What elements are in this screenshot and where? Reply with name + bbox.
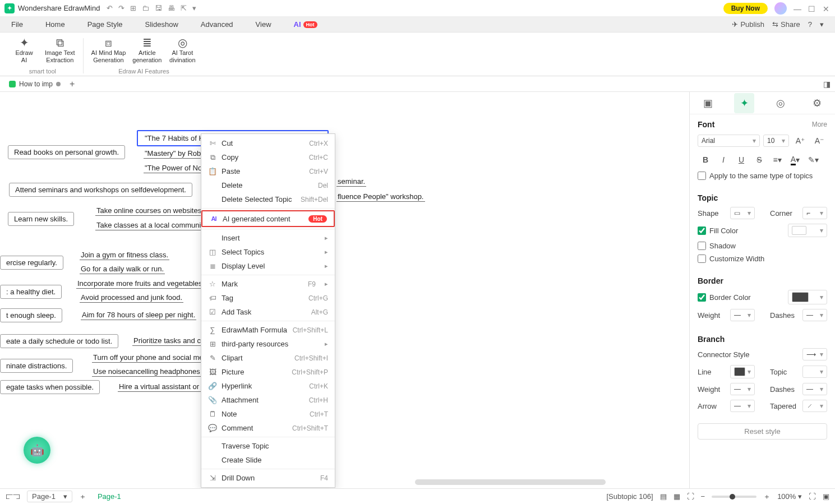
cm-third-party[interactable]: ⊞third-party resources▸ [201,337,335,351]
new-tab-button[interactable]: + [70,79,75,89]
tarot-button[interactable]: ◎AI Tarot divination [168,36,196,64]
buy-now-button[interactable]: Buy Now [723,3,768,14]
mindmap-node[interactable]: Join a gym or fitness class. [80,251,169,260]
corner-select[interactable]: ⌐▾ [802,207,827,219]
collapse-panel-icon[interactable]: ▣ [823,492,829,501]
apply-same-check[interactable]: Apply to the same type of topics [698,172,827,180]
new-icon[interactable]: ⊞ [130,4,136,12]
fill-color-check[interactable]: Fill Color [698,226,738,235]
edraw-ai-button[interactable]: ✦Edraw AI [10,36,38,64]
cm-delete[interactable]: DeleteDel [201,178,335,192]
panel-tab-settings[interactable]: ⚙ [807,93,827,113]
export-icon[interactable]: ⇱ [181,4,187,12]
cm-comment[interactable]: 💬CommentCtrl+Shift+T [201,421,335,435]
mindmap-node[interactable]: "Mastery" by Robe [144,149,206,159]
mindmap-node[interactable]: Read books on personal growth. [8,145,125,159]
cm-cut[interactable]: ✄CutCtrl+X [201,136,335,150]
mindmap-node[interactable]: seminar. [336,177,366,187]
cm-traverse[interactable]: Traverse Topic [201,439,335,453]
qa-dropdown-icon[interactable]: ▾ [192,4,196,12]
minimize-icon[interactable]: — [794,4,801,12]
zoom-slider[interactable] [712,496,756,498]
mindmap-node[interactable]: : a healthy diet. [0,285,62,299]
outline-toggle-icon[interactable]: ⫍⫎ [6,492,20,501]
close-icon[interactable]: ✕ [823,4,831,12]
collapse-ribbon-icon[interactable]: ▾ [820,20,824,29]
zoom-out-button[interactable]: − [701,492,705,501]
menu-page-style[interactable]: Page Style [87,20,123,29]
fill-color-select[interactable]: ▾ [788,224,827,237]
menu-slideshow[interactable]: Slideshow [145,20,178,29]
cm-tag[interactable]: 🏷TagCtrl+G [201,291,335,305]
view-icon-1[interactable]: ▤ [660,492,667,501]
cm-note[interactable]: 🗒NoteCtrl+T [201,407,335,421]
mindmap-node[interactable]: Incorporate more fruits and vegetables i [76,279,207,289]
underline-button[interactable]: U [733,152,749,167]
border-color-check[interactable]: Border Color [698,293,751,302]
undo-icon[interactable]: ↶ [107,4,113,12]
panel-tab-icon[interactable]: ◎ [771,93,791,113]
border-weight-select[interactable]: —▾ [730,309,755,321]
cm-mark[interactable]: ☆MarkF9▸ [201,277,335,291]
cm-clipart[interactable]: ✎ClipartCtrl+Shift+I [201,351,335,365]
increase-font-button[interactable]: A⁺ [792,133,808,148]
mindmap-node[interactable]: Turn off your phone and social medi [92,353,210,363]
redo-icon[interactable]: ↷ [118,4,124,12]
cm-formula[interactable]: ∑EdrawMath FormulaCtrl+Shift+L [201,323,335,337]
fullscreen-icon[interactable]: ⛶ [809,492,816,501]
panel-tab-style[interactable]: ✦ [734,93,754,113]
user-avatar[interactable] [774,2,787,15]
cm-display-level[interactable]: ≣Display Level▸ [201,259,335,273]
share-button[interactable]: ⇆Share [772,20,800,29]
mindmap-node[interactable]: Learn new skills. [8,212,74,226]
save-icon[interactable]: 🖫 [155,4,162,12]
zoom-in-button[interactable]: ＋ [763,492,771,502]
connector-style-select[interactable]: ⟶▾ [802,348,827,360]
panel-toggle-icon[interactable]: ◨ [823,80,831,89]
strike-button[interactable]: S [751,152,767,167]
publish-button[interactable]: ✈Publish [732,20,764,29]
canvas[interactable]: "The 7 Habits of Hi "Mastery" by Robe "T… [0,92,689,488]
align-button[interactable]: ≡▾ [769,152,785,167]
page-selector[interactable]: Page-1▾ [27,491,72,502]
maximize-icon[interactable]: ☐ [808,4,816,12]
shape-select[interactable]: ▭▾ [730,207,755,219]
mindmap-node[interactable]: Take classes at a local community [95,221,208,230]
cm-picture[interactable]: 🖼PictureCtrl+Shift+P [201,365,335,379]
italic-button[interactable]: I [716,152,731,167]
cm-insert[interactable]: Insert▸ [201,231,335,245]
font-family-select[interactable]: Arial▾ [698,135,760,147]
article-generation-button[interactable]: ≣Article generation [132,36,162,64]
decrease-font-button[interactable]: A⁻ [811,133,827,148]
cm-create-slide[interactable]: Create Slide [201,453,335,467]
mindmap-node[interactable]: Hire a virtual assistant or as [118,382,210,392]
mindmap-node[interactable]: Aim for 78 hours of sleep per night. [81,311,196,320]
cm-add-task[interactable]: ☑Add TaskAlt+G [201,305,335,319]
highlight-button[interactable]: ✎▾ [805,152,821,167]
cm-hyperlink[interactable]: 🔗HyperlinkCtrl+K [201,379,335,393]
mindmap-node[interactable]: ninate distractions. [0,359,73,373]
bold-button[interactable]: B [698,152,713,167]
cm-ai-generated-content[interactable]: AIAI generated contentHot [201,210,335,227]
cm-copy[interactable]: ⧉CopyCtrl+C [201,150,335,164]
print-icon[interactable]: 🖶 [168,4,175,12]
mindmap-node[interactable]: Use noisecancelling headphones if [92,367,207,377]
cm-attachment[interactable]: 📎AttachmentCtrl+H [201,393,335,407]
font-more-link[interactable]: More [812,121,827,128]
ai-mindmap-button[interactable]: ⧈AI Mind Map Generation [91,36,126,64]
arrow-select[interactable]: —▾ [730,400,755,412]
add-page-button[interactable]: ＋ [79,492,86,502]
border-dashes-select[interactable]: —▾ [802,309,827,321]
mindmap-node[interactable]: Avoid processed and junk food. [80,293,183,303]
font-color-button[interactable]: A▾ [787,152,803,167]
menu-file[interactable]: File [11,20,23,29]
custom-width-check[interactable]: Customize Width [698,255,827,263]
line-color-select[interactable]: ▾ [730,365,755,378]
mindmap-node[interactable]: Prioritize tasks and co [132,336,206,346]
reset-style-button[interactable]: Reset style [698,423,827,440]
fit-icon[interactable]: ⛶ [687,492,694,501]
tapered-select[interactable]: ⟋▾ [802,400,827,412]
mindmap-node[interactable]: Go for a daily walk or run. [80,265,165,274]
mindmap-node[interactable]: egate tasks when possible. [0,380,100,394]
mindmap-node[interactable]: "The Power of Now [144,164,209,173]
